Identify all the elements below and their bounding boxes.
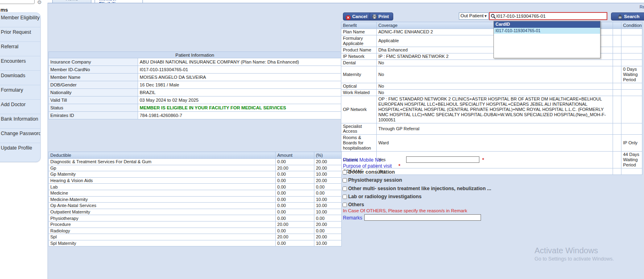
table-row: Medicine-Maternity0.0010.00 [49,196,342,203]
other-multi-session-checkbox[interactable] [343,187,347,191]
table-row: Spl Maternity0.0010.00 [49,240,342,246]
sidebar-item-encounters[interactable]: Encounters [0,56,40,71]
table-row: Work RelatedNo [341,89,642,96]
table-row: Member NameMOISES ANGELO DA SILVEIRA [49,74,341,81]
gear-icon[interactable]: ⚙ [37,0,42,5]
remarks-input[interactable] [364,214,481,221]
deductible-table: DeductibleAmount(%) Diagnostic & Treatme… [48,152,342,246]
table-row: Valid Till03 May 2024 to 02 May 2025 [49,96,341,104]
search-button-icon [618,14,622,20]
tab-strip: Home Member Eligibili× [47,0,644,3]
status-badge: MEMBER IS ELIGIBLE IN YOUR FACILITY FOR … [138,104,341,112]
table-row: MaternityNo0 Days Waiting Period [341,66,642,83]
card-search-input[interactable] [496,13,607,19]
others-instruction-note: In Case Of OTHERS, Please specify the re… [343,208,467,213]
table-row: Gp Maternity0.0010.00 [49,171,342,178]
sidebar-item-update-profile[interactable]: Update Profile [0,143,40,158]
tab-home[interactable]: Home [52,0,91,3]
deductible-col-header: Deductible [49,152,276,159]
table-row: Spl20.0020.00 [49,234,342,240]
table-row: DentalNo [341,59,642,66]
table-row: OpticalNo [341,83,642,89]
table-row: Emirates ID784-1981-4260860-7 [49,112,341,119]
table-row: Outpatient Maternity0.0010.00 [49,209,342,215]
magnifier-icon [491,14,496,19]
benefit-col-header: Benefit [341,22,377,29]
sidebar-item-formulary[interactable]: Formulary [0,85,40,100]
sidebar-item-bank-information[interactable]: Bank Information [0,114,40,129]
table-row: Rooms & Boards for hospitalisationWardIP… [341,135,642,152]
purpose-option-others: Others [343,202,364,207]
purpose-required-marker: * [398,163,400,169]
purpose-of-visit-label: Purpose of patient visit [343,163,392,169]
purpose-option-other-multi-session: Other multi- session treatment like inje… [343,186,491,191]
patient-information-title: Patient Information [49,52,341,58]
table-row: Gp20.0020.00 [49,165,342,171]
purpose-option-lab-radiology: Lab or radiology investigations [343,194,421,199]
top-right-cutoff-text: Re [640,4,644,9]
cardid-dropdown: CardID I017-010-119304765-01 [493,21,601,58]
cardid-dropdown-header: CardID [494,21,600,28]
table-row: NationalityBRAZIL [49,89,341,96]
doctor-consultation-checkbox[interactable] [343,170,347,174]
sidebar-item-downloads[interactable]: Downloads [0,71,40,85]
table-row: Diagnostic & Treatment Services For Dent… [49,159,342,165]
table-row: Insurance CompanyABU DHABI NATIONAL INSU… [49,58,341,66]
table-row: Member ID-CardNoI017-010-119304765-01 [49,66,341,74]
table-row: Medicine0.000.00 [49,190,342,196]
sidebar-item-add-doctor[interactable]: Add Doctor [0,100,40,114]
table-row: Lab0.000.00 [49,184,342,190]
sidebar-title: ms [0,7,8,13]
cardid-dropdown-item[interactable]: I017-010-119304765-01 [494,28,600,34]
table-row: Procedure20.0020.00 [49,221,342,228]
sidebar-item-change-password[interactable]: Change Password [0,129,40,143]
cancel-x-icon: ✕ [346,15,351,20]
others-checkbox[interactable] [343,203,347,207]
purpose-option-doctor-consultation: Doctor consultation [343,169,395,175]
percent-col-header: (%) [314,152,341,159]
member-eligibility-page: ⚙ ms Member Eligibility Check Prior Requ… [0,0,644,279]
patient-mobile-label: Patient Mobile No : [343,157,384,163]
table-row: Specialist AccessThrough GP Referral [341,123,642,135]
print-button[interactable]: Print [369,12,393,21]
search-button[interactable]: Search [611,12,644,21]
condition-col-header: Condition [621,22,642,29]
table-row: Hearing & Vision Aids0.0020.00 [49,177,342,184]
table-row: Radiology0.000.00 [49,228,342,234]
lab-radiology-checkbox[interactable] [343,195,347,199]
table-row: DOB/Gender16 Dec 1981 / Male [49,81,341,89]
spacer-col-header [613,22,621,29]
activate-windows-subtext: Go to Settings to activate Windows. [535,256,614,262]
mobile-required-marker: * [482,157,484,163]
sidebar-item-prior-request[interactable]: Prior Request [0,27,40,42]
tab-member-eligibility[interactable]: Member Eligibili× [95,0,143,3]
amount-col-header: Amount [275,152,314,159]
printer-icon [372,14,377,20]
remarks-label: Remarks [343,215,362,221]
table-row: OP NetworkOP : FMC STANDARD NETWORK 2 CL… [341,96,642,123]
tab-label: Member Eligibili [99,0,117,3]
activate-windows-watermark: Activate Windows [535,246,598,255]
visit-type-select[interactable]: Out Patient▼ [459,12,489,20]
sidebar-menu: Member Eligibility Check Prior Request R… [0,12,41,162]
patient-mobile-input[interactable] [406,156,479,163]
tab-close-icon[interactable]: × [118,1,120,3]
purpose-option-physiotherapy-session: Physiotherapy session [343,177,402,183]
sidebar-item-referral[interactable]: Referral [0,42,40,56]
table-row: Op Ante-Natal Services0.0010.00 [49,203,342,209]
cancel-button[interactable]: ✕Cancel [343,12,372,21]
physiotherapy-session-checkbox[interactable] [343,178,347,183]
card-search-field [489,12,607,20]
sidebar-item-member-eligibility-check[interactable]: Member Eligibility Check [0,13,40,27]
top-select-box[interactable] [0,0,35,4]
patient-information-table: Patient Information Insurance CompanyABU… [48,51,341,119]
chevron-down-icon: ▼ [484,14,487,18]
table-row: Physiotherapy0.000.00 [49,215,342,222]
table-row: StatusMEMBER IS ELIGIBLE IN YOUR FACILIT… [49,104,341,112]
